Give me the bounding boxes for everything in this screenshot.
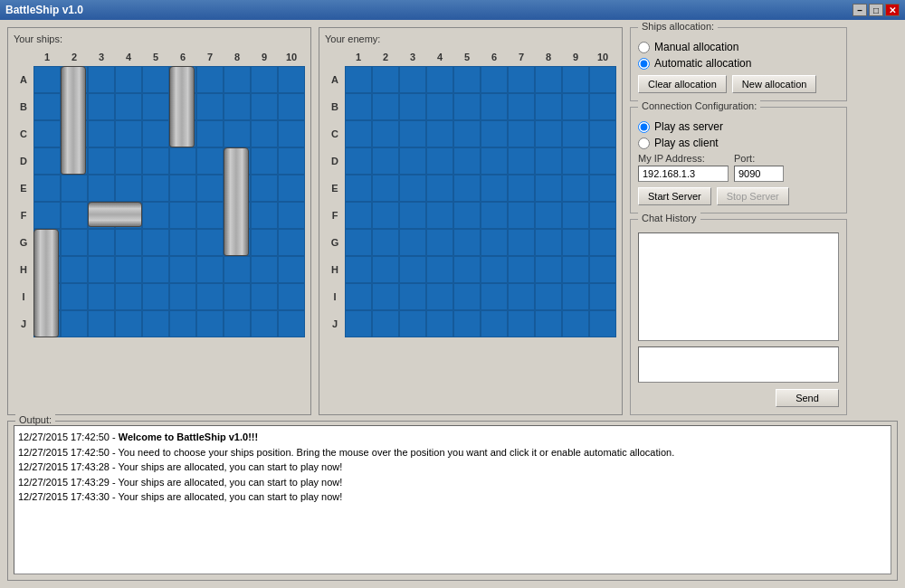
enemy-cell[interactable] xyxy=(372,175,399,202)
enemy-cell[interactable] xyxy=(453,175,481,202)
enemy-cell[interactable] xyxy=(508,283,535,310)
enemy-cell[interactable] xyxy=(589,283,616,310)
enemy-cell[interactable] xyxy=(399,66,426,93)
enemy-cell[interactable] xyxy=(508,202,535,229)
enemy-cell[interactable] xyxy=(372,310,399,337)
enemy-cell[interactable] xyxy=(535,120,562,147)
enemy-cell[interactable] xyxy=(562,147,589,175)
enemy-cell[interactable] xyxy=(399,202,426,229)
enemy-cell[interactable] xyxy=(372,120,399,147)
enemy-cell[interactable] xyxy=(589,202,616,229)
enemy-cell[interactable] xyxy=(345,256,372,283)
enemy-cell[interactable] xyxy=(562,310,589,337)
enemy-cell[interactable] xyxy=(535,93,562,120)
enemy-cell[interactable] xyxy=(345,229,372,256)
enemy-cell[interactable] xyxy=(426,229,453,256)
enemy-cell[interactable] xyxy=(508,229,535,256)
enemy-cell[interactable] xyxy=(589,256,616,283)
enemy-cell[interactable] xyxy=(589,175,616,202)
close-button[interactable]: ✕ xyxy=(885,4,900,16)
enemy-cell[interactable] xyxy=(562,120,589,147)
enemy-cell[interactable] xyxy=(508,310,535,337)
minimize-button[interactable]: – xyxy=(853,4,867,16)
enemy-cell[interactable] xyxy=(372,202,399,229)
enemy-cell[interactable] xyxy=(399,283,426,310)
enemy-cell[interactable] xyxy=(481,93,508,120)
enemy-cell[interactable] xyxy=(481,310,508,337)
enemy-cell[interactable] xyxy=(508,147,535,175)
enemy-cell[interactable] xyxy=(399,93,426,120)
play-server-radio[interactable] xyxy=(638,121,650,133)
manual-allocation-radio[interactable] xyxy=(638,42,650,53)
enemy-cell[interactable] xyxy=(508,120,535,147)
enemy-cell[interactable] xyxy=(345,66,372,93)
enemy-cell[interactable] xyxy=(345,175,372,202)
enemy-cell[interactable] xyxy=(453,229,481,256)
enemy-cell[interactable] xyxy=(589,120,616,147)
enemy-cell[interactable] xyxy=(508,256,535,283)
enemy-cell[interactable] xyxy=(426,256,453,283)
enemy-cell[interactable] xyxy=(481,175,508,202)
enemy-cell[interactable] xyxy=(481,120,508,147)
enemy-cell[interactable] xyxy=(426,66,453,93)
enemy-cell[interactable] xyxy=(426,93,453,120)
enemy-cell[interactable] xyxy=(372,147,399,175)
new-allocation-button[interactable]: New allocation xyxy=(732,75,817,93)
enemy-cell[interactable] xyxy=(481,147,508,175)
enemy-cell[interactable] xyxy=(426,147,453,175)
enemy-cell[interactable] xyxy=(562,175,589,202)
enemy-cell[interactable] xyxy=(426,175,453,202)
enemy-cell[interactable] xyxy=(345,147,372,175)
enemy-cell[interactable] xyxy=(481,256,508,283)
enemy-cell[interactable] xyxy=(535,229,562,256)
enemy-cell[interactable] xyxy=(426,310,453,337)
enemy-cell[interactable] xyxy=(453,120,481,147)
enemy-cell[interactable] xyxy=(399,229,426,256)
clear-allocation-button[interactable]: Clear allocation xyxy=(638,75,727,93)
chat-input[interactable] xyxy=(638,346,839,383)
enemy-cell[interactable] xyxy=(453,256,481,283)
ip-input[interactable] xyxy=(638,166,729,182)
send-button[interactable]: Send xyxy=(776,389,839,407)
enemy-cell[interactable] xyxy=(535,202,562,229)
enemy-cell[interactable] xyxy=(372,229,399,256)
enemy-cell[interactable] xyxy=(453,202,481,229)
enemy-cell[interactable] xyxy=(562,93,589,120)
enemy-cell[interactable] xyxy=(535,256,562,283)
enemy-cell[interactable] xyxy=(589,93,616,120)
enemy-cell[interactable] xyxy=(562,256,589,283)
enemy-cell[interactable] xyxy=(453,93,481,120)
start-server-button[interactable]: Start Server xyxy=(638,187,711,205)
enemy-cell[interactable] xyxy=(372,283,399,310)
enemy-cell[interactable] xyxy=(481,229,508,256)
port-input[interactable] xyxy=(734,166,784,182)
enemy-cell[interactable] xyxy=(535,310,562,337)
enemy-cell[interactable] xyxy=(372,66,399,93)
enemy-cell[interactable] xyxy=(345,310,372,337)
enemy-cell[interactable] xyxy=(589,147,616,175)
enemy-cell[interactable] xyxy=(562,202,589,229)
enemy-cell[interactable] xyxy=(535,66,562,93)
enemy-cell[interactable] xyxy=(372,93,399,120)
enemy-cell[interactable] xyxy=(345,120,372,147)
enemy-cell[interactable] xyxy=(453,283,481,310)
enemy-cell[interactable] xyxy=(481,202,508,229)
enemy-cell[interactable] xyxy=(562,229,589,256)
enemy-cell[interactable] xyxy=(589,66,616,93)
enemy-cell[interactable] xyxy=(399,175,426,202)
enemy-cell[interactable] xyxy=(426,202,453,229)
maximize-button[interactable]: □ xyxy=(869,4,883,16)
play-client-radio[interactable] xyxy=(638,138,650,149)
enemy-cell[interactable] xyxy=(481,283,508,310)
enemy-cell[interactable] xyxy=(345,93,372,120)
enemy-cell[interactable] xyxy=(535,283,562,310)
enemy-cell[interactable] xyxy=(535,147,562,175)
enemy-cell[interactable] xyxy=(345,283,372,310)
enemy-cell[interactable] xyxy=(508,93,535,120)
enemy-cell[interactable] xyxy=(562,283,589,310)
enemy-cell[interactable] xyxy=(399,120,426,147)
enemy-cell[interactable] xyxy=(453,310,481,337)
enemy-cell[interactable] xyxy=(508,175,535,202)
enemy-cell[interactable] xyxy=(589,310,616,337)
enemy-cell[interactable] xyxy=(453,66,481,93)
